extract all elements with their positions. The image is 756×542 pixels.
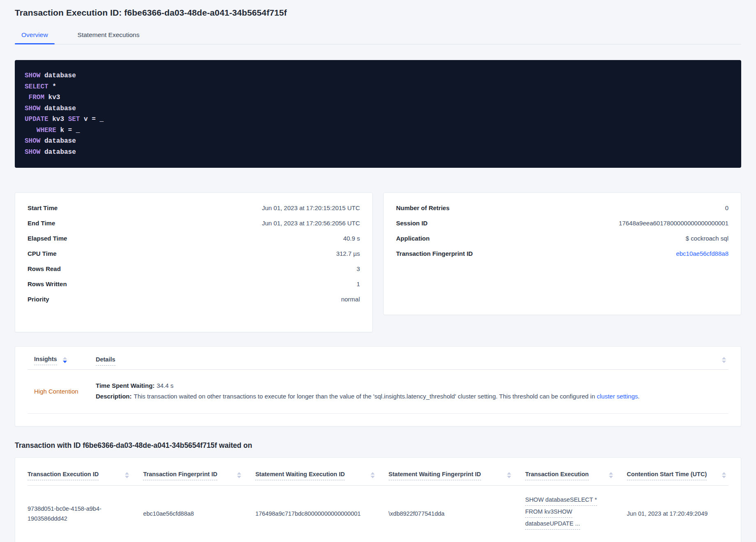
description-text: This transaction waited on other transac… bbox=[134, 393, 595, 400]
summary-label: Rows Written bbox=[28, 280, 67, 287]
summary-row-txn-fingerprint: Transaction Fingerprint IDebc10ae56cfd88… bbox=[396, 250, 728, 257]
column-header-label: Contention Start Time (UTC) bbox=[627, 471, 707, 480]
insight-type-badge: High Contention bbox=[34, 388, 96, 395]
column-header-txn-fingerprint-id[interactable]: Transaction Fingerprint ID bbox=[143, 471, 255, 480]
waited-on-table-header: Transaction Execution ID Transaction Fin… bbox=[28, 463, 728, 486]
column-header-stmt-waiting-fingerprint-id[interactable]: Statement Waiting Fingerprint ID bbox=[389, 471, 526, 480]
description-label: Description: bbox=[96, 393, 132, 400]
insights-table-header: Insights Details bbox=[28, 347, 728, 370]
sql-token: SELECT bbox=[25, 83, 48, 90]
summary-card-timing: Start TimeJun 01, 2023 at 17:20:15:2015 … bbox=[15, 192, 373, 332]
summary-value: normal bbox=[341, 296, 360, 303]
page-title: Transaction Execution ID: f6be6366-da03-… bbox=[15, 7, 741, 19]
summary-label: Session ID bbox=[396, 220, 428, 227]
column-header-contention-start[interactable]: Contention Start Time (UTC) bbox=[627, 471, 728, 480]
summary-value: 0 bbox=[725, 204, 728, 211]
sql-line: SHOW database bbox=[25, 70, 731, 81]
sort-icon[interactable] bbox=[237, 472, 241, 478]
summary-label: Rows Read bbox=[28, 265, 61, 272]
summary-value: $ cockroach sql bbox=[686, 235, 728, 242]
sql-token: SET bbox=[68, 116, 80, 123]
details-header-label: Details bbox=[96, 356, 115, 366]
column-header-txn-execution[interactable]: Transaction Execution bbox=[525, 471, 627, 480]
insight-row: High Contention Time Spent Waiting:34.4 … bbox=[28, 370, 728, 414]
column-header-label: Transaction Execution bbox=[525, 471, 589, 480]
details-column-header[interactable]: Details bbox=[96, 356, 722, 366]
transaction-execution-link[interactable]: SHOW databaseSELECT * FROM kv3SHOW datab… bbox=[525, 496, 627, 531]
insights-column-header[interactable]: Insights bbox=[34, 356, 96, 365]
tab-bar: Overview Statement Executions bbox=[15, 31, 741, 44]
sort-icon[interactable] bbox=[371, 472, 375, 478]
sql-token: k = _ bbox=[56, 127, 80, 134]
sort-icon[interactable] bbox=[722, 472, 726, 478]
sql-token: kv3 bbox=[48, 116, 68, 123]
sql-token: SHOW bbox=[25, 148, 40, 156]
summary-row-application: Application$ cockroach sql bbox=[396, 235, 728, 242]
summary-value: 1 bbox=[357, 280, 360, 287]
summary-label: Number of Retries bbox=[396, 204, 449, 211]
column-header-txn-exec-id[interactable]: Transaction Execution ID bbox=[28, 471, 143, 480]
column-header-stmt-waiting-exec-id[interactable]: Statement Waiting Execution ID bbox=[255, 471, 388, 480]
summary-label: End Time bbox=[28, 220, 55, 227]
column-header-label: Statement Waiting Execution ID bbox=[255, 471, 345, 480]
table-row: 9738d051-bc0e-4158-a9b4-1903586ddd42 ebc… bbox=[28, 486, 728, 542]
cell-txn-fingerprint-id: ebc10ae56cfd88a8 bbox=[143, 509, 255, 519]
cell-contention-start-time: Jun 01, 2023 at 17:20:49:2049 bbox=[627, 509, 728, 519]
transaction-execution-link-line[interactable]: databaseUPDATE ... bbox=[525, 519, 580, 530]
summary-label: Start Time bbox=[28, 204, 58, 211]
sql-line: SELECT * bbox=[25, 81, 731, 93]
sql-token: SHOW bbox=[25, 72, 40, 79]
sql-token: WHERE bbox=[25, 127, 56, 134]
sort-icon[interactable] bbox=[609, 472, 613, 478]
summary-value: Jun 01, 2023 at 17:20:15:2015 UTC bbox=[262, 204, 360, 211]
summary-label: Elapsed Time bbox=[28, 235, 67, 242]
summary-row-cpu-time: CPU Time312.7 µs bbox=[28, 250, 360, 257]
tab-statement-executions[interactable]: Statement Executions bbox=[71, 31, 146, 44]
sql-token: v = _ bbox=[80, 116, 104, 123]
waited-on-heading: Transaction with ID f6be6366-da03-48de-a… bbox=[15, 441, 741, 450]
summary-value: 17648a9eea6017800000000000000001 bbox=[619, 220, 728, 227]
description-suffix: . bbox=[638, 393, 640, 400]
sql-line: WHERE k = _ bbox=[25, 125, 731, 136]
sql-token: UPDATE bbox=[25, 116, 48, 123]
sort-icon[interactable] bbox=[507, 472, 511, 478]
insight-details: Time Spent Waiting:34.4 s Description:Th… bbox=[96, 380, 726, 402]
summary-row-rows-read: Rows Read3 bbox=[28, 265, 360, 272]
sql-line: FROM kv3 bbox=[25, 92, 731, 103]
column-header-label: Statement Waiting Fingerprint ID bbox=[389, 471, 481, 480]
sql-token: kv3 bbox=[44, 94, 60, 101]
cluster-settings-link[interactable]: cluster settings bbox=[597, 393, 638, 400]
summary-value: Jun 01, 2023 at 17:20:56:2056 UTC bbox=[262, 220, 360, 227]
summary-label: Priority bbox=[28, 296, 49, 303]
sort-icon[interactable] bbox=[722, 357, 726, 363]
sort-icon[interactable] bbox=[125, 472, 129, 478]
sql-token: SHOW bbox=[25, 105, 40, 112]
sql-line: SHOW database bbox=[25, 136, 731, 147]
summary-label: CPU Time bbox=[28, 250, 57, 257]
time-waiting-label: Time Spent Waiting: bbox=[96, 382, 154, 389]
tab-overview[interactable]: Overview bbox=[15, 31, 55, 44]
cell-stmt-waiting-fingerprint-id: \xdb8922f077541dda bbox=[389, 509, 526, 519]
sql-token: database bbox=[40, 137, 76, 145]
insights-table: Insights Details High Contention Time Sp… bbox=[15, 346, 741, 426]
insight-time-waiting: Time Spent Waiting:34.4 s bbox=[96, 380, 726, 391]
cell-stmt-waiting-exec-id: 176498a9c717bdc80000000000000001 bbox=[255, 509, 388, 519]
sql-token: database bbox=[40, 72, 76, 79]
waited-on-table: Transaction Execution ID Transaction Fin… bbox=[15, 457, 741, 542]
transaction-fingerprint-link[interactable]: ebc10ae56cfd88a8 bbox=[676, 250, 728, 257]
summary-label: Transaction Fingerprint ID bbox=[396, 250, 473, 257]
summary-cards-row: Start TimeJun 01, 2023 at 17:20:15:2015 … bbox=[15, 192, 741, 332]
summary-value: 312.7 µs bbox=[336, 250, 360, 257]
time-waiting-value: 34.4 s bbox=[157, 382, 173, 389]
summary-label: Application bbox=[396, 235, 430, 242]
transaction-execution-link-line[interactable]: FROM kv3SHOW bbox=[525, 507, 572, 518]
sql-token: database bbox=[40, 148, 76, 156]
summary-row-rows-written: Rows Written1 bbox=[28, 280, 360, 287]
sort-icon[interactable] bbox=[63, 357, 67, 363]
summary-row-priority: Prioritynormal bbox=[28, 296, 360, 303]
summary-value: 40.9 s bbox=[343, 235, 360, 242]
sql-token: * bbox=[48, 83, 56, 90]
sql-statements-box: SHOW database SELECT * FROM kv3 SHOW dat… bbox=[15, 60, 741, 168]
summary-row-elapsed-time: Elapsed Time40.9 s bbox=[28, 235, 360, 242]
transaction-execution-link-line[interactable]: SHOW databaseSELECT * bbox=[525, 496, 597, 506]
